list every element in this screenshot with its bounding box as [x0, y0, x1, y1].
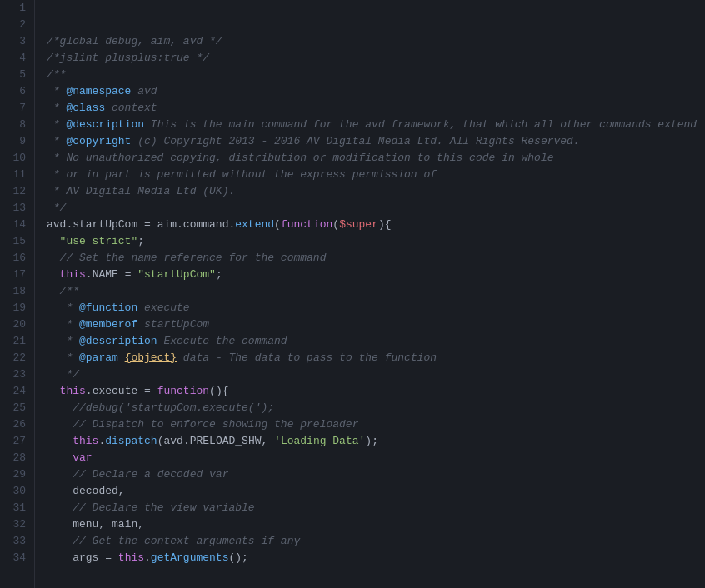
- token: function: [158, 385, 209, 397]
- code-line: * AV Digital Media Ltd (UK).: [47, 183, 705, 200]
- token: context: [105, 102, 157, 114]
- token: [47, 235, 60, 247]
- token: =: [138, 218, 157, 231]
- token: @description: [66, 118, 144, 131]
- line-number: 27: [8, 433, 26, 450]
- token: $super: [339, 218, 378, 231]
- line-number: 23: [8, 366, 26, 383]
- code-line: * or in part is permitted without the ex…: [47, 167, 705, 183]
- token: dispatch: [105, 435, 157, 447]
- token: @function: [79, 301, 138, 314]
- token: */: [47, 368, 79, 381]
- line-number: 25: [8, 400, 26, 416]
- code-line: /*jslint plusplus:true */: [47, 50, 705, 67]
- token: (: [274, 218, 281, 231]
- token: ;: [138, 235, 144, 247]
- token: var: [72, 451, 92, 464]
- code-line: "use strict";: [47, 233, 705, 250]
- token: this: [118, 551, 144, 564]
- code-line: /**: [47, 283, 705, 300]
- line-numbers: 1234567891011121314151617181920212223242…: [0, 0, 35, 588]
- token: /*jslint plusplus:true */: [47, 52, 209, 64]
- token: getArguments: [151, 551, 229, 564]
- code-line: */: [47, 200, 705, 217]
- line-number: 29: [8, 466, 26, 483]
- token: [47, 268, 60, 281]
- token: (avd.PRELOAD_SHW,: [158, 435, 274, 447]
- token: */: [47, 202, 66, 214]
- line-number: 3: [8, 33, 26, 50]
- token: data: [177, 351, 209, 364]
- token: ){: [378, 218, 392, 231]
- token: (c) Copyright 2013 - 2016 AV Digital Med…: [131, 135, 579, 147]
- token: *: [47, 335, 79, 347]
- token: [47, 385, 60, 397]
- code-line: // Declare a decoded var: [47, 466, 705, 483]
- token: //debug('startupCom.execute(');: [72, 401, 274, 414]
- token: @namespace: [66, 85, 131, 97]
- code-line: this.execute = function(){: [47, 383, 705, 400]
- code-line: * @description This is the main command …: [47, 117, 705, 133]
- code-line: this.NAME = "startUpCom";: [47, 267, 705, 283]
- line-number: 8: [8, 117, 26, 133]
- line-number: 33: [8, 533, 26, 550]
- code-line: /**: [47, 67, 705, 83]
- token: function: [281, 218, 332, 231]
- token: [47, 518, 72, 531]
- code-content[interactable]: /*global debug, aim, avd *//*jslint plus…: [35, 0, 705, 588]
- token: [47, 435, 72, 447]
- line-number: 16: [8, 250, 26, 267]
- token: aim: [158, 218, 177, 231]
- token: *: [47, 351, 79, 364]
- token: // Declare the view variable: [72, 501, 254, 514]
- token: this: [60, 268, 86, 281]
- line-number: 24: [8, 383, 26, 400]
- token: * or in part is permitted without the ex…: [47, 168, 437, 181]
- line-number: 17: [8, 267, 26, 283]
- token: menu, main,: [72, 518, 144, 531]
- token: This is the main command for the avd fra…: [144, 118, 697, 131]
- token: @param: [79, 351, 118, 364]
- token: "use strict": [60, 235, 138, 247]
- token: extend: [235, 218, 274, 231]
- line-number: 18: [8, 283, 26, 300]
- token: // Declare a decoded var: [72, 468, 228, 481]
- line-number: 1: [8, 0, 26, 17]
- line-number: 28: [8, 450, 26, 466]
- token: /*global debug, aim, avd */: [47, 35, 222, 47]
- token: startUpCom: [138, 318, 209, 331]
- token: (){: [209, 385, 228, 397]
- line-number: 30: [8, 483, 26, 500]
- token: (: [332, 218, 339, 231]
- line-number: 10: [8, 150, 26, 167]
- token: ();: [228, 551, 248, 564]
- token: *: [47, 118, 66, 131]
- token: @class: [66, 102, 105, 114]
- line-number: 7: [8, 100, 26, 117]
- code-line: * @namespace avd: [47, 83, 705, 100]
- token: avd: [131, 85, 157, 97]
- token: .: [144, 551, 151, 564]
- token: *: [47, 102, 66, 114]
- token: avd: [47, 218, 66, 231]
- line-number: 15: [8, 233, 26, 250]
- token: .execute =: [86, 385, 158, 397]
- code-line: // Set the name reference for the comman…: [47, 250, 705, 267]
- token: /**: [60, 285, 79, 297]
- token: [47, 451, 72, 464]
- token: decoded,: [72, 485, 124, 497]
- code-line: // Dispatch to enforce showing the prelo…: [47, 416, 705, 433]
- token: Execute the command: [158, 335, 288, 347]
- line-number: 12: [8, 183, 26, 200]
- line-number: 32: [8, 516, 26, 533]
- token: );: [365, 435, 378, 447]
- code-line: * @memberof startUpCom: [47, 316, 705, 333]
- token: [47, 252, 60, 264]
- code-line: * No unauthorized copying, distribution …: [47, 150, 705, 167]
- token: // Get the context arguments if any: [72, 535, 300, 547]
- line-number: 14: [8, 217, 26, 233]
- token: *: [47, 85, 66, 97]
- line-number: 2: [8, 17, 26, 33]
- token: .NAME =: [86, 268, 138, 281]
- code-line: args = this.getArguments();: [47, 550, 705, 566]
